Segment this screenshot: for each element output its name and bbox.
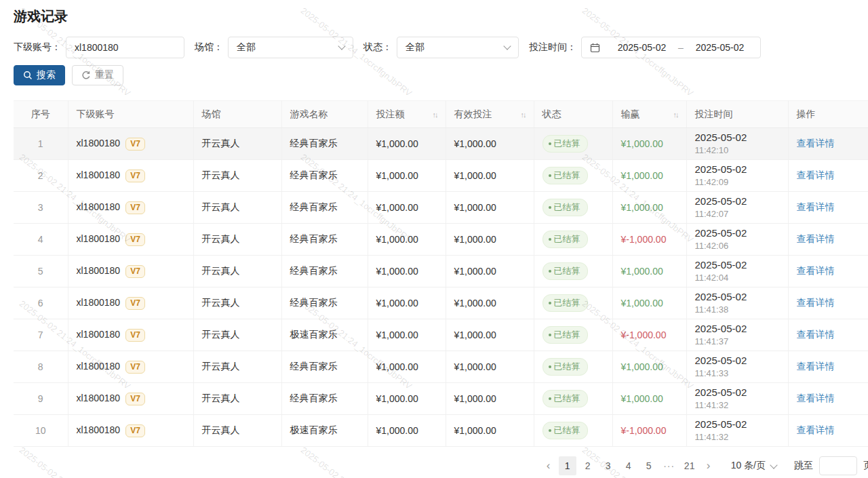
page-button-5[interactable]: 5 [640,456,658,475]
view-details-link[interactable]: 查看详情 [797,265,835,276]
cell-status: 已结算 [534,192,612,224]
cell-valid-bet: ¥1,000.00 [446,383,534,415]
sort-icon[interactable]: ↑↓ [521,111,526,119]
cell-valid-bet: ¥1,000.00 [446,224,534,256]
page-button-1[interactable]: 1 [559,456,576,475]
cell-action: 查看详情 [788,256,868,287]
status-text: 已结算 [554,265,580,277]
view-details-link[interactable]: 查看详情 [797,138,835,148]
jump-page-input[interactable] [819,456,857,475]
prev-page-button[interactable]: ‹ [540,456,557,475]
page-button-4[interactable]: 4 [620,456,637,475]
column-header: 序号 [14,101,68,128]
sort-icon[interactable]: ↑↓ [673,111,678,119]
cell-bet-time: 2025-05-02 11:41:32 [686,383,788,415]
cell-status: 已结算 [534,160,612,192]
table-row: 7 xl1800180V7 开云真人 极速百家乐 ¥1,000.00 ¥1,00… [14,319,868,351]
vip-badge: V7 [125,329,145,342]
account-text: xl1800180 [77,265,121,276]
filter-status: 状态： 全部 [363,37,519,58]
sort-icon[interactable]: ↑↓ [433,111,437,119]
cell-win-loss: ¥1,000.00 [612,351,686,383]
column-header[interactable]: 输赢↑↓ [612,101,686,128]
column-header: 场馆 [193,101,281,128]
page-button-2[interactable]: 2 [579,456,597,475]
cell-venue: 开云真人 [193,415,281,447]
status-dot-icon [549,365,551,368]
search-button[interactable]: 搜索 [14,65,65,85]
cell-game: 极速百家乐 [281,415,368,447]
table-row: 9 xl1800180V7 开云真人 经典百家乐 ¥1,000.00 ¥1,00… [14,383,868,415]
reset-button[interactable]: 重置 [72,65,123,85]
status-text: 已结算 [554,424,580,437]
cell-index: 5 [14,256,68,287]
cell-account: xl1800180V7 [68,128,193,160]
jump-to-page: 跳至 页 [794,456,868,475]
cell-game: 经典百家乐 [281,192,368,224]
chevron-down-icon [770,461,777,469]
column-header[interactable]: 投注额↑↓ [368,101,446,128]
status-badge: 已结算 [542,294,588,312]
cell-win-loss: ¥1,000.00 [612,256,686,287]
view-details-link[interactable]: 查看详情 [797,393,835,403]
table-row: 3 xl1800180V7 开云真人 经典百家乐 ¥1,000.00 ¥1,00… [14,192,868,224]
date-end[interactable]: 2025-05-02 [688,42,752,53]
bet-time: 11:41:32 [695,432,780,443]
account-text: xl1800180 [77,297,121,308]
bet-date: 2025-05-02 [695,418,780,431]
page-button-3[interactable]: 3 [599,456,617,475]
column-label: 场馆 [202,108,221,121]
page-button-21[interactable]: 21 [681,456,698,475]
vip-badge: V7 [125,138,145,151]
pagination-bar: ‹ 12345···21 › 10 条/页 跳至 页 [0,456,868,475]
view-details-link[interactable]: 查看详情 [797,361,835,372]
date-start[interactable]: 2025-05-02 [610,42,674,53]
status-dot-icon [549,142,551,145]
table-row: 4 xl1800180V7 开云真人 经典百家乐 ¥1,000.00 ¥1,00… [14,224,868,256]
cell-bet-time: 2025-05-02 11:41:32 [686,415,788,447]
account-input[interactable] [75,42,176,53]
status-badge: 已结算 [542,231,588,248]
cell-status: 已结算 [534,383,612,415]
cell-valid-bet: ¥1,000.00 [446,256,534,287]
view-details-link[interactable]: 查看详情 [797,329,835,340]
view-details-link[interactable]: 查看详情 [797,170,835,180]
cell-venue: 开云真人 [193,160,281,192]
cell-bet-amount: ¥1,000.00 [368,287,446,319]
table-row: 5 xl1800180V7 开云真人 经典百家乐 ¥1,000.00 ¥1,00… [14,256,868,287]
cell-bet-amount: ¥1,000.00 [368,383,446,415]
cell-bet-amount: ¥1,000.00 [368,351,446,383]
view-details-link[interactable]: 查看详情 [797,297,835,308]
cell-bet-time: 2025-05-02 11:41:38 [686,287,788,319]
filter-bet-time: 投注时间： 2025-05-02 – 2025-05-02 [529,37,761,58]
status-text: 已结算 [554,170,580,182]
cell-bet-time: 2025-05-02 11:42:09 [686,160,788,192]
account-text: xl1800180 [77,393,121,403]
cell-game: 经典百家乐 [281,128,368,160]
status-text: 已结算 [554,138,580,150]
account-text: xl1800180 [77,170,121,180]
bet-date: 2025-05-02 [695,132,780,144]
status-badge: 已结算 [542,199,588,216]
cell-venue: 开云真人 [193,128,281,160]
view-details-link[interactable]: 查看详情 [797,201,835,212]
venue-select[interactable]: 全部 [228,37,353,58]
cell-valid-bet: ¥1,000.00 [446,351,534,383]
status-select[interactable]: 全部 [397,37,519,58]
view-details-link[interactable]: 查看详情 [797,233,835,244]
column-header: 状态 [534,101,612,128]
view-details-link[interactable]: 查看详情 [797,424,835,435]
next-page-button[interactable]: › [700,456,717,475]
column-header[interactable]: 有效投注↑↓ [446,101,534,128]
status-dot-icon [549,302,551,304]
column-label: 输赢 [621,108,640,121]
status-dot-icon [549,334,551,336]
status-text: 已结算 [554,233,580,245]
cell-win-loss: ¥1,000.00 [612,287,686,319]
vip-badge: V7 [125,424,145,437]
cell-account: xl1800180V7 [68,287,193,319]
cell-bet-time: 2025-05-02 11:42:07 [686,192,788,224]
date-range-picker[interactable]: 2025-05-02 – 2025-05-02 [581,37,761,58]
page-size-select[interactable]: 10 条/页 [731,460,776,472]
page-size-value: 10 条/页 [731,460,766,472]
